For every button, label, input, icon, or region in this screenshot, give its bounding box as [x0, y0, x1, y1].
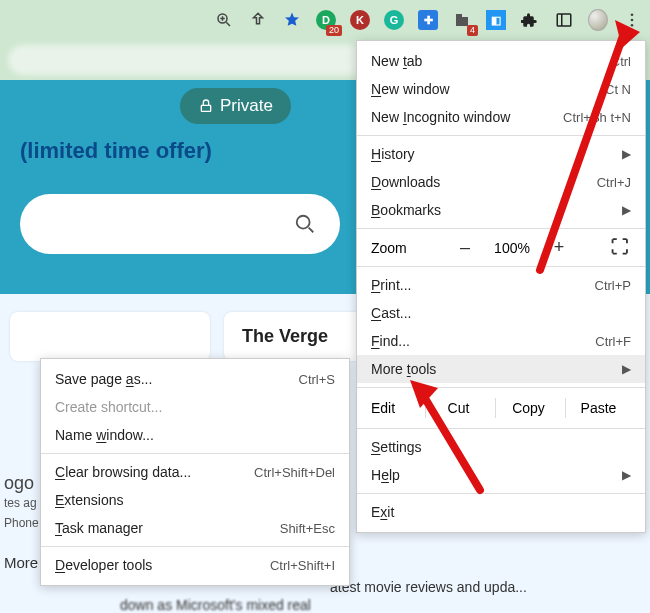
- submenu-developer-tools[interactable]: Developer toolsCtrl+Shift+I: [41, 551, 349, 579]
- chevron-right-icon: ▶: [622, 468, 631, 482]
- badge-20: 20: [326, 25, 342, 36]
- submenu-extensions[interactable]: Extensions: [41, 486, 349, 514]
- share-icon[interactable]: [248, 10, 268, 30]
- submenu-task-manager[interactable]: Task managerShift+Esc: [41, 514, 349, 542]
- chevron-right-icon: ▶: [622, 362, 631, 376]
- page-fragment: ogo tes ag Phone More: [4, 473, 39, 573]
- submenu-create-shortcut: Create shortcut...: [41, 393, 349, 421]
- annotation-arrow-2: [410, 380, 510, 504]
- badge-4: 4: [467, 25, 478, 36]
- svg-line-1: [226, 22, 230, 26]
- search-icon: [294, 213, 316, 235]
- svg-point-6: [631, 13, 634, 16]
- extension-2-icon[interactable]: K: [350, 10, 370, 30]
- lock-icon: [198, 98, 214, 114]
- bottom-text-1: atest movie reviews and upda...: [330, 579, 527, 595]
- bookmark-star-icon[interactable]: [282, 10, 302, 30]
- private-label: Private: [220, 96, 273, 116]
- extension-1-icon[interactable]: D20: [316, 10, 336, 30]
- svg-line-11: [309, 228, 314, 233]
- extension-5-icon[interactable]: 4: [452, 10, 472, 30]
- menu-more-tools[interactable]: More tools▶: [357, 355, 645, 383]
- extension-6-icon[interactable]: ◧: [486, 10, 506, 30]
- annotation-arrow-1: [520, 20, 650, 284]
- edit-paste[interactable]: Paste: [565, 398, 631, 418]
- submenu-clear-data[interactable]: Clear browsing data...Ctrl+Shift+Del: [41, 458, 349, 486]
- menu-find[interactable]: Find...Ctrl+F: [357, 327, 645, 355]
- submenu-save-as[interactable]: Save page as...Ctrl+S: [41, 365, 349, 393]
- private-button[interactable]: Private: [180, 88, 291, 124]
- svg-rect-9: [201, 105, 210, 111]
- extension-4-icon[interactable]: ✚: [418, 10, 438, 30]
- extension-3-icon[interactable]: G: [384, 10, 404, 30]
- submenu-name-window[interactable]: Name window...: [41, 421, 349, 449]
- zoom-out-button[interactable]: –: [453, 237, 477, 258]
- search-pill[interactable]: [20, 194, 340, 254]
- bottom-text-2: down as Microsoft's mixed real: [120, 597, 311, 613]
- more-tools-submenu: Save page as...Ctrl+S Create shortcut...…: [40, 358, 350, 586]
- svg-point-10: [297, 216, 310, 229]
- menu-cast[interactable]: Cast...: [357, 299, 645, 327]
- zoom-icon[interactable]: [214, 10, 234, 30]
